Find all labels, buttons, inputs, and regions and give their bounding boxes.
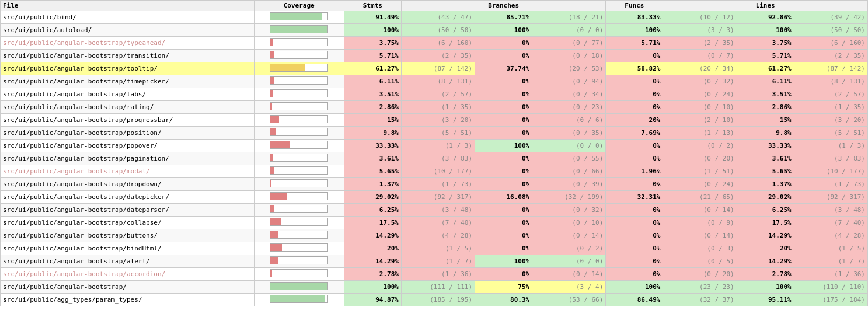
stmts-pct-cell: 91.49% — [344, 11, 401, 24]
path-cell[interactable]: src/ui/public/angular-bootstrap/modal/ — [1, 165, 255, 178]
path-cell[interactable]: src/ui/public/angular-bootstrap/tooltip/ — [1, 62, 255, 75]
lines-pct-cell: 1.37% — [737, 178, 794, 191]
bar-container — [270, 295, 328, 303]
lines-pct-cell: 17.5% — [737, 217, 794, 229]
lines-pct-cell: 3.61% — [737, 152, 794, 165]
bar-cell — [254, 255, 344, 268]
bar-container — [270, 218, 328, 226]
funcs-pct-cell: 32.31% — [606, 191, 663, 204]
branches-count-cell: (0 / 34) — [532, 88, 606, 101]
path-cell[interactable]: src/ui/public/angular-bootstrap/accordio… — [1, 268, 255, 281]
lines-pct-cell: 14.29% — [737, 229, 794, 242]
col-stmts-count — [401, 1, 475, 11]
lines-pct-cell: 92.86% — [737, 11, 794, 24]
stmts-count-cell: (185 / 195) — [401, 294, 475, 306]
stmts-pct-cell: 2.86% — [344, 101, 401, 114]
stmts-count-cell: (50 / 50) — [401, 24, 475, 37]
table-row: src/ui/public/angular-bootstrap/tooltip/… — [1, 62, 868, 75]
path-cell[interactable]: src/ui/public/angular-bootstrap/rating/ — [1, 101, 255, 114]
stmts-pct-cell: 3.75% — [344, 37, 401, 50]
funcs-count-cell: (10 / 12) — [663, 11, 737, 24]
stmts-pct-cell: 94.87% — [344, 294, 401, 306]
branches-count-cell: (53 / 66) — [532, 294, 606, 306]
funcs-count-cell: (1 / 13) — [663, 127, 737, 140]
stmts-count-cell: (1 / 3) — [401, 140, 475, 152]
stmts-count-cell: (10 / 177) — [401, 165, 475, 178]
bar-cell — [254, 127, 344, 140]
branches-count-cell: (18 / 21) — [532, 11, 606, 24]
bar-cell — [254, 281, 344, 294]
funcs-count-cell: (0 / 32) — [663, 75, 737, 88]
bar-container — [270, 12, 328, 20]
table-row: src/ui/public/angular-bootstrap/popover/… — [1, 140, 868, 152]
table-row: src/ui/public/angular-bootstrap/rating/2… — [1, 101, 868, 114]
stmts-pct-cell: 9.8% — [344, 127, 401, 140]
path-cell[interactable]: src/ui/public/angular-bootstrap/datepars… — [1, 204, 255, 217]
path-cell[interactable]: src/ui/public/angular-bootstrap/collapse… — [1, 217, 255, 229]
path-cell[interactable]: src/ui/public/agg_types/param_types/ — [1, 294, 255, 306]
funcs-pct-cell: 86.49% — [606, 294, 663, 306]
bar-container — [270, 64, 328, 72]
path-cell[interactable]: src/ui/public/angular-bootstrap/typeahea… — [1, 37, 255, 50]
path-cell[interactable]: src/ui/public/angular-bootstrap/tabs/ — [1, 88, 255, 101]
funcs-count-cell: (0 / 7) — [663, 50, 737, 62]
path-cell[interactable]: src/ui/public/angular-bootstrap/bindHtml… — [1, 242, 255, 255]
branches-count-cell: (0 / 2) — [532, 242, 606, 255]
bar-fill — [270, 39, 273, 46]
stmts-count-cell: (1 / 7) — [401, 255, 475, 268]
branches-count-cell: (20 / 53) — [532, 62, 606, 75]
bar-fill — [270, 26, 327, 33]
funcs-pct-cell: 83.33% — [606, 11, 663, 24]
funcs-pct-cell: 0% — [606, 229, 663, 242]
funcs-count-cell: (0 / 20) — [663, 152, 737, 165]
stmts-count-cell: (6 / 160) — [401, 37, 475, 50]
path-cell[interactable]: src/ui/public/angular-bootstrap/ — [1, 281, 255, 294]
lines-count-cell: (3 / 20) — [794, 114, 867, 127]
lines-count-cell: (87 / 142) — [794, 62, 867, 75]
table-body: src/ui/public/bind/91.49%(43 / 47)85.71%… — [1, 11, 868, 306]
stmts-pct-cell: 3.61% — [344, 152, 401, 165]
path-cell[interactable]: src/ui/public/angular-bootstrap/position… — [1, 127, 255, 140]
bar-container — [270, 282, 328, 290]
lines-count-cell: (10 / 177) — [794, 165, 867, 178]
funcs-pct-cell: 0% — [606, 204, 663, 217]
path-cell[interactable]: src/ui/public/angular-bootstrap/dropdown… — [1, 178, 255, 191]
path-cell[interactable]: src/ui/public/angular-bootstrap/timepick… — [1, 75, 255, 88]
bar-fill — [270, 218, 281, 225]
col-branches-pct: Branches — [475, 1, 532, 11]
table-row: src/ui/public/angular-bootstrap/dropdown… — [1, 178, 868, 191]
bar-container — [270, 192, 328, 200]
branches-pct-cell: 0% — [475, 88, 532, 101]
bar-cell — [254, 165, 344, 178]
bar-container — [270, 51, 328, 59]
path-cell[interactable]: src/ui/public/angular-bootstrap/paginati… — [1, 152, 255, 165]
lines-count-cell: (8 / 131) — [794, 75, 867, 88]
stmts-pct-cell: 15% — [344, 114, 401, 127]
bar-cell — [254, 217, 344, 229]
branches-count-cell: (32 / 199) — [532, 191, 606, 204]
bar-container — [270, 205, 328, 213]
path-cell[interactable]: src/ui/public/angular-bootstrap/datepick… — [1, 191, 255, 204]
path-cell[interactable]: src/ui/public/autoload/ — [1, 24, 255, 37]
branches-pct-cell: 37.74% — [475, 62, 532, 75]
lines-count-cell: (1 / 5) — [794, 242, 867, 255]
branches-count-cell: (0 / 35) — [532, 127, 606, 140]
stmts-pct-cell: 100% — [344, 281, 401, 294]
bar-cell — [254, 11, 344, 24]
branches-pct-cell: 0% — [475, 152, 532, 165]
bar-fill — [270, 205, 274, 212]
table-header: File Coverage Stmts Branches Funcs Lines — [1, 1, 868, 11]
path-cell[interactable]: src/ui/public/angular-bootstrap/buttons/ — [1, 229, 255, 242]
col-lines-pct: Lines — [737, 1, 794, 11]
funcs-pct-cell: 100% — [606, 281, 663, 294]
bar-cell — [254, 24, 344, 37]
path-cell[interactable]: src/ui/public/bind/ — [1, 11, 255, 24]
stmts-count-cell: (43 / 47) — [401, 11, 475, 24]
col-stmts-pct: Stmts — [344, 1, 401, 11]
path-cell[interactable]: src/ui/public/angular-bootstrap/popover/ — [1, 140, 255, 152]
path-cell[interactable]: src/ui/public/angular-bootstrap/alert/ — [1, 255, 255, 268]
path-cell[interactable]: src/ui/public/angular-bootstrap/progress… — [1, 114, 255, 127]
lines-pct-cell: 33.33% — [737, 140, 794, 152]
bar-fill — [270, 257, 278, 264]
path-cell[interactable]: src/ui/public/angular-bootstrap/transiti… — [1, 50, 255, 62]
